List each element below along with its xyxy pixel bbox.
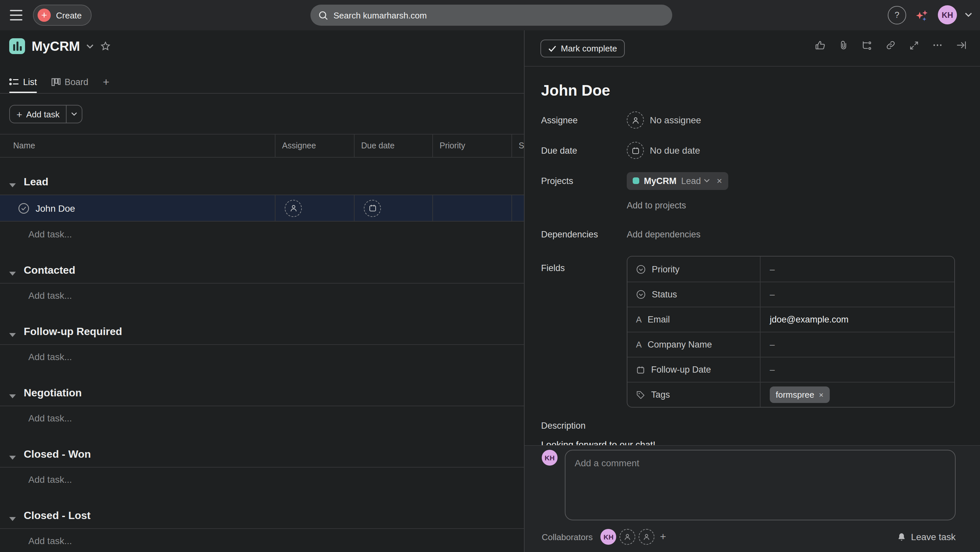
due-date-placeholder-icon [364,199,381,217]
field-value-cell[interactable]: – [760,357,954,382]
help-button[interactable]: ? [888,6,906,24]
plus-icon: + [16,108,22,120]
project-chip[interactable]: MyCRM Lead × [627,172,728,190]
leave-task-button[interactable]: Leave task [897,531,956,542]
like-icon[interactable] [815,40,826,51]
field-value-cell[interactable]: – [760,282,954,307]
project-chevron-down-icon[interactable] [87,44,94,48]
field-label-cell: AEmail [627,307,760,332]
field-value-cell[interactable]: jdoe@example.com [760,307,954,332]
add-task-button[interactable]: + Add task [9,105,83,123]
user-avatar[interactable]: KH [938,5,957,24]
section-header[interactable]: Closed - Won [0,430,524,467]
mark-complete-button[interactable]: Mark complete [541,40,625,57]
add-task-row[interactable]: Add task... [0,467,524,491]
add-task-dropdown-button[interactable] [66,105,82,123]
text-field-icon: A [636,314,641,324]
field-value-cell[interactable]: – [760,257,954,282]
field-label-cell: Follow-up Date [627,357,760,382]
task-assignee-cell[interactable] [275,195,354,221]
tab-list[interactable]: List [9,71,37,93]
field-row[interactable]: Status– [627,282,954,307]
section-collapse-icon[interactable] [9,271,16,276]
collapse-panel-icon[interactable] [956,40,967,51]
add-task-row[interactable]: Add task... [0,528,524,552]
due-date-value[interactable]: No due date [627,142,700,159]
task-title[interactable]: John Doe [541,82,955,100]
project-color-icon [9,38,25,54]
task-check-icon[interactable] [18,202,30,214]
field-row[interactable]: Tagsformspree× [627,382,954,407]
section-collapse-icon[interactable] [9,332,16,338]
more-actions-icon[interactable] [932,40,943,51]
field-label-cell: ACompany Name [627,332,760,357]
task-name[interactable]: John Doe [36,203,75,213]
field-row[interactable]: Priority– [627,257,954,282]
remove-project-icon[interactable]: × [717,175,722,186]
field-row[interactable]: AEmailjdoe@example.com [627,307,954,332]
description-text[interactable]: Looking forward to our chat! [541,439,955,445]
field-value-cell[interactable]: formspree× [760,383,954,407]
expand-icon[interactable] [909,40,920,51]
task-row[interactable]: John Doe [0,195,524,222]
comment-input[interactable]: Add a comment [565,450,956,520]
add-task-row[interactable]: Add task... [0,222,524,246]
field-name: Email [648,314,670,324]
add-to-projects-row: Add to projects [627,199,955,211]
section-header[interactable]: Lead [0,158,524,195]
task-priority-cell[interactable] [432,195,511,221]
fields-table: Priority–Status–AEmailjdoe@example.comAC… [627,256,955,408]
field-row[interactable]: Follow-up Date– [627,357,954,382]
add-dependencies-link[interactable]: Add dependencies [627,229,700,239]
add-to-projects-link[interactable]: Add to projects [627,201,686,211]
section-header[interactable]: Closed - Lost [0,491,524,528]
section-header[interactable]: Negotiation [0,369,524,405]
hamburger-menu-icon[interactable] [10,10,22,21]
add-task-row[interactable]: Add task... [0,405,524,430]
section-collapse-icon[interactable] [9,394,16,399]
add-task-row[interactable]: Add task... [0,344,524,369]
section: Closed - WonAdd task... [0,430,524,491]
project-section-select[interactable]: Lead [681,176,710,186]
collaborator-avatar[interactable]: KH [601,529,617,545]
task-status-cell[interactable] [511,195,524,221]
field-value-cell[interactable]: – [760,332,954,357]
section-collapse-icon[interactable] [9,455,16,460]
section-collapse-icon[interactable] [9,516,16,522]
collaborator-placeholder-icon[interactable] [639,529,655,545]
remove-tag-icon[interactable]: × [819,390,824,399]
account-chevron-down-icon[interactable] [965,13,972,17]
create-button[interactable]: + Create [33,5,92,26]
column-header-assignee[interactable]: Assignee [275,134,354,157]
section-header[interactable]: Contacted [0,246,524,283]
field-row[interactable]: ACompany Name– [627,332,954,357]
tab-board[interactable]: Board [51,71,88,93]
assignee-value[interactable]: No assignee [627,112,701,129]
column-header-name[interactable]: Name [0,134,275,157]
star-icon[interactable] [100,41,111,51]
task-sections: LeadJohn DoeAdd task...ContactedAdd task… [0,158,524,552]
add-collaborator-button[interactable]: + [660,531,666,543]
section-collapse-icon[interactable] [9,183,16,188]
dependencies-row: Dependencies Add dependencies [541,224,955,244]
add-view-tab-button[interactable]: + [103,71,110,93]
search-icon [318,10,328,20]
copy-link-icon[interactable] [885,40,896,51]
attachment-icon[interactable] [838,40,849,51]
collaborators-row: Collaborators KH + Leave task [542,529,956,545]
search-placeholder: Search kumarharsh.com [334,10,427,20]
comment-footer: KH Add a comment Collaborators KH + Leav… [525,445,980,552]
column-header-status[interactable]: Status [511,134,524,157]
column-header-priority[interactable]: Priority [432,134,511,157]
collaborator-placeholder-icon[interactable] [620,529,636,545]
ai-sparkles-icon[interactable] [914,7,930,23]
tag-chip[interactable]: formspree× [770,386,829,403]
search-input[interactable]: Search kumarharsh.com [310,5,672,26]
subtasks-icon[interactable] [861,40,873,51]
task-due-date-cell[interactable] [354,195,432,221]
column-header-due-date[interactable]: Due date [354,134,432,157]
field-label-cell: Status [627,282,760,307]
add-task-row[interactable]: Add task... [0,283,524,307]
section: Follow-up RequiredAdd task... [0,307,524,369]
section-header[interactable]: Follow-up Required [0,307,524,344]
